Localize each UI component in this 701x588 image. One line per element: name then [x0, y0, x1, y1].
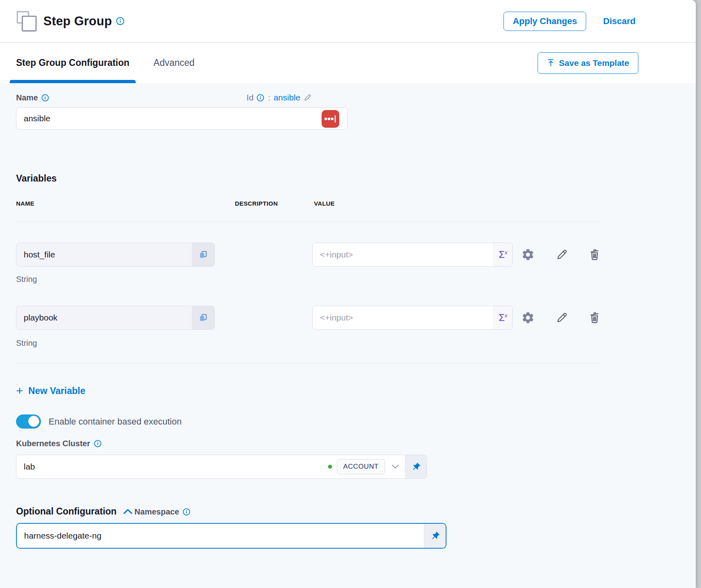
table-row: Σx: [16, 243, 602, 267]
settings-icon[interactable]: [521, 247, 535, 262]
scope-badge: ACCOUNT: [337, 459, 385, 474]
id-label: Id: [247, 93, 254, 102]
variable-name-field: [16, 306, 215, 330]
edit-id-icon[interactable]: [304, 94, 312, 102]
variables-title: Variables: [16, 173, 696, 184]
info-icon[interactable]: [41, 94, 49, 102]
apply-changes-button[interactable]: Apply Changes: [503, 12, 586, 31]
new-variable-button[interactable]: + New Variable: [16, 385, 85, 396]
container-execution-toggle[interactable]: [16, 414, 41, 429]
expression-icon[interactable]: Σx: [493, 243, 512, 266]
expression-icon[interactable]: Σx: [493, 306, 512, 329]
kubernetes-cluster-input[interactable]: [24, 462, 328, 472]
header-actions: Apply Changes Discard: [503, 12, 636, 31]
namespace-field: [16, 523, 446, 549]
variable-value-field: Σx: [312, 243, 513, 267]
variable-type-label: String: [16, 275, 602, 284]
delete-variable-icon[interactable]: [587, 310, 602, 325]
namespace-input[interactable]: [17, 524, 424, 548]
variable-name-input[interactable]: [16, 243, 192, 266]
divider: [16, 363, 602, 363]
id-label-group: Id: [247, 93, 264, 102]
table-row: Σx: [16, 306, 602, 330]
drawer-header: Step Group Apply Changes Discard: [0, 0, 696, 42]
variable-value-input[interactable]: [313, 243, 493, 266]
tab-label: Step Group Configuration: [16, 57, 129, 68]
tab-label: Advanced: [153, 57, 194, 68]
copy-icon[interactable]: [192, 243, 214, 266]
chevron-down-icon[interactable]: [392, 465, 399, 469]
variable-name-input[interactable]: [16, 306, 192, 329]
identifier-group: Id : ansible: [247, 93, 348, 102]
pin-icon[interactable]: [405, 455, 426, 478]
variables-table-header: NAME DESCRIPTION VALUE: [16, 200, 602, 207]
step-group-icon: [16, 10, 38, 32]
password-manager-icon[interactable]: [322, 110, 339, 128]
variable-type-label: String: [16, 339, 602, 348]
variable-name-field: [16, 243, 215, 267]
step-group-configuration-panel: Name Id : ansible: [0, 83, 696, 588]
optional-configuration-title: Optional Configuration: [16, 506, 116, 517]
tab-advanced[interactable]: Advanced: [147, 43, 201, 83]
chevron-up-icon: [123, 509, 132, 514]
info-icon[interactable]: [94, 440, 102, 447]
edit-variable-icon[interactable]: [554, 310, 569, 325]
name-label: Name: [16, 93, 38, 102]
active-tab-underline: [10, 80, 136, 83]
save-as-template-label: Save as Template: [559, 58, 629, 68]
variable-value-field: Σx: [312, 306, 513, 330]
id-value: ansible: [273, 93, 300, 102]
column-header-description: DESCRIPTION: [235, 200, 314, 207]
tab-step-group-configuration[interactable]: Step Group Configuration: [10, 43, 136, 83]
info-icon[interactable]: [183, 508, 190, 516]
plus-icon: +: [16, 385, 23, 396]
tab-bar: Step Group Configuration Advanced Save a…: [0, 43, 696, 83]
name-input-wrap: [16, 107, 348, 130]
variable-value-input[interactable]: [313, 306, 493, 329]
divider: [16, 221, 602, 222]
container-execution-row: Enable container based execution: [16, 414, 696, 429]
settings-icon[interactable]: [521, 310, 535, 325]
variables-table: NAME DESCRIPTION VALUE Σx: [16, 200, 602, 363]
info-icon[interactable]: [116, 17, 124, 25]
column-header-name: NAME: [16, 200, 235, 207]
discard-button[interactable]: Discard: [603, 16, 636, 27]
toggle-knob: [28, 416, 39, 427]
info-icon[interactable]: [257, 94, 264, 102]
pin-icon[interactable]: [424, 524, 446, 548]
kubernetes-cluster-selector[interactable]: ACCOUNT: [16, 455, 405, 478]
kubernetes-cluster-label-group: Kubernetes Cluster: [16, 439, 102, 448]
namespace-label-group: Namespace: [134, 507, 190, 517]
save-as-template-button[interactable]: Save as Template: [538, 52, 638, 74]
name-input[interactable]: [24, 114, 347, 123]
container-execution-label: Enable container based execution: [49, 416, 181, 427]
new-variable-label: New Variable: [29, 386, 86, 396]
upload-icon: [547, 59, 555, 67]
connector-status-dot: [328, 465, 332, 469]
namespace-label: Namespace: [134, 507, 179, 517]
column-header-value: VALUE: [314, 200, 335, 207]
copy-icon[interactable]: [192, 306, 214, 329]
kubernetes-cluster-label: Kubernetes Cluster: [16, 439, 90, 448]
kubernetes-cluster-field: ACCOUNT: [16, 455, 427, 479]
name-label-group: Name: [16, 93, 49, 102]
edit-variable-icon[interactable]: [554, 247, 569, 262]
optional-configuration-toggle[interactable]: Optional Configuration: [16, 506, 132, 517]
step-group-drawer: Step Group Apply Changes Discard Step Gr…: [0, 0, 696, 588]
delete-variable-icon[interactable]: [587, 247, 602, 262]
page-title: Step Group: [43, 14, 112, 29]
id-separator: :: [268, 93, 271, 102]
name-id-row: Name Id : ansible: [16, 93, 348, 102]
